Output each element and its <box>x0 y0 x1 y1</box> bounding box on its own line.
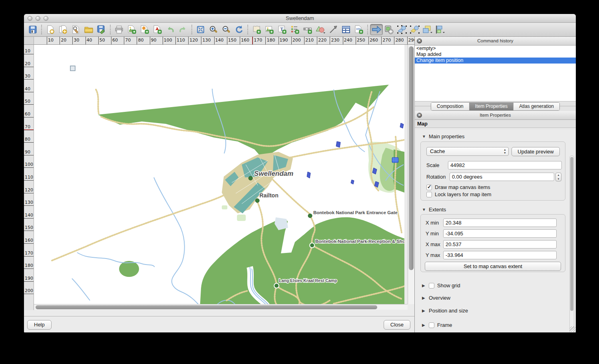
add-legend-icon[interactable] <box>289 24 301 35</box>
undo-icon[interactable] <box>164 24 177 35</box>
section-label: Extents <box>429 207 446 213</box>
composition-manager-icon[interactable] <box>70 24 82 35</box>
add-scalebar-icon[interactable] <box>301 24 314 35</box>
scrollbar-thumb[interactable] <box>570 157 573 311</box>
title-bar[interactable]: Swellendam <box>24 14 576 23</box>
extents-section[interactable]: ▼ Extents <box>422 207 446 213</box>
cache-mode-dropdown[interactable]: Cache ▲▼ <box>426 147 509 156</box>
draw-canvas-items-row[interactable]: Draw map canvas items <box>426 184 490 190</box>
move-item-content-icon[interactable] <box>383 24 396 35</box>
y-max-label: Y max <box>426 252 440 258</box>
command-history-header: ✕ Command history <box>415 37 576 46</box>
add-image-icon[interactable] <box>263 24 276 35</box>
duplicate-composition-icon[interactable] <box>57 24 70 35</box>
y-max-input[interactable] <box>443 251 557 259</box>
panel-title: Command history <box>415 38 576 43</box>
disclosure-triangle-icon[interactable]: ▼ <box>422 207 426 212</box>
scrollbar-thumb[interactable] <box>409 46 414 270</box>
checkbox-label: Lock layers for map item <box>435 191 492 197</box>
tab-composition[interactable]: Composition <box>431 103 470 110</box>
update-preview-button[interactable]: Update preview <box>511 147 560 156</box>
add-table-icon[interactable] <box>340 24 352 35</box>
lock-layers-checkbox[interactable] <box>426 192 432 197</box>
map-label-entrance-gate: Bontebok National Park Entrance Gate <box>313 210 398 215</box>
print-icon[interactable] <box>113 24 125 35</box>
y-min-input[interactable] <box>443 229 557 238</box>
canvas-vertical-scrollbar[interactable] <box>408 45 414 304</box>
disclosure-triangle-icon[interactable]: ▶ <box>422 296 426 300</box>
new-composition-icon[interactable] <box>44 24 57 35</box>
add-map-icon[interactable] <box>250 24 263 35</box>
align-items-icon[interactable] <box>434 24 447 35</box>
rotation-input[interactable] <box>450 173 554 181</box>
select-move-item-icon[interactable] <box>370 24 383 35</box>
scale-input[interactable] <box>448 161 562 169</box>
x-max-label: X max <box>426 241 440 247</box>
position-and-size-section[interactable]: ▶ Position and size <box>422 308 468 314</box>
selection-handle[interactable] <box>70 66 75 71</box>
overview-section[interactable]: ▶ Overview <box>422 295 450 301</box>
x-max-input[interactable] <box>443 240 557 249</box>
redo-icon[interactable] <box>177 24 189 35</box>
toolbar: T </> <box>24 23 576 37</box>
frame-section[interactable]: ▶ Frame <box>422 322 452 328</box>
history-item[interactable]: <empty> <box>415 46 576 52</box>
x-min-input[interactable] <box>443 219 557 227</box>
panel-vertical-scrollbar[interactable] <box>569 155 574 332</box>
map-label-railton: Railton <box>259 192 278 199</box>
tab-item-properties[interactable]: Item Properties <box>470 103 513 110</box>
section-label: Show grid <box>437 282 460 288</box>
zoom-full-icon[interactable] <box>194 24 207 35</box>
toolbar-separator <box>41 25 42 34</box>
export-image-icon[interactable] <box>125 24 138 35</box>
canvas-horizontal-scrollbar[interactable] <box>34 304 408 310</box>
scrollbar-thumb[interactable] <box>36 305 377 309</box>
refresh-view-icon[interactable] <box>233 24 245 35</box>
item-properties-header: ✕ Item Properties <box>415 111 576 120</box>
draw-canvas-items-checkbox[interactable] <box>426 185 432 190</box>
load-template-icon[interactable] <box>82 24 95 35</box>
group-items-icon[interactable] <box>396 24 408 35</box>
save-as-template-icon[interactable] <box>95 24 108 35</box>
export-pdf-icon[interactable] <box>151 24 164 35</box>
disclosure-triangle-icon[interactable]: ▶ <box>422 323 426 327</box>
help-button[interactable]: Help <box>27 320 52 330</box>
lock-layers-row[interactable]: Lock layers for map item <box>426 191 492 197</box>
add-html-icon[interactable]: </> <box>352 24 365 35</box>
ungroup-items-icon[interactable] <box>408 24 421 35</box>
show-grid-checkbox[interactable] <box>429 283 434 288</box>
raise-items-icon[interactable] <box>421 24 434 35</box>
disclosure-triangle-icon[interactable]: ▼ <box>422 134 426 139</box>
zoom-in-icon[interactable] <box>207 24 220 35</box>
zoom-out-icon[interactable] <box>220 24 233 35</box>
map-item[interactable]: Swellendam Railton Bontebok National Par… <box>34 45 404 304</box>
add-arrow-icon[interactable] <box>327 24 340 35</box>
toolbar-separator <box>110 25 111 34</box>
main-properties-group: Cache ▲▼ Update preview Scale Rotation ▲… <box>420 141 565 201</box>
tab-atlas-generation[interactable]: Atlas generation <box>513 103 559 110</box>
history-item[interactable]: Map added <box>415 52 576 58</box>
disclosure-triangle-icon[interactable]: ▶ <box>422 308 426 313</box>
close-button[interactable]: Close <box>384 320 410 330</box>
set-to-map-canvas-extent-button[interactable]: Set to map canvas extent <box>425 262 561 271</box>
item-type-label: Map <box>415 120 576 128</box>
export-svg-icon[interactable] <box>138 24 151 35</box>
command-history-list[interactable]: <empty> Map added Change item position <box>415 46 576 101</box>
x-min-label: X min <box>426 220 439 226</box>
section-label: Position and size <box>429 308 468 314</box>
history-item-selected[interactable]: Change item position <box>415 58 576 64</box>
disclosure-triangle-icon[interactable]: ▶ <box>422 283 426 288</box>
frame-checkbox[interactable] <box>429 322 434 328</box>
save-project-icon[interactable] <box>26 24 39 35</box>
composition-canvas[interactable]: Swellendam Railton Bontebok National Par… <box>34 45 404 304</box>
rotation-spinner[interactable]: ▲▼ <box>555 173 561 181</box>
add-shape-icon[interactable] <box>314 24 327 35</box>
checkbox-label: Draw map canvas items <box>435 184 490 190</box>
add-label-icon[interactable]: T <box>276 24 289 35</box>
resize-grip[interactable] <box>570 326 575 332</box>
rotation-label: Rotation <box>426 174 446 180</box>
main-properties-section[interactable]: ▼ Main properties <box>422 133 465 139</box>
show-grid-section[interactable]: ▶ Show grid <box>422 282 460 288</box>
dialog-button-bar: Help Close <box>24 316 414 332</box>
dock-tab-bar: Composition Item Properties Atlas genera… <box>415 101 576 111</box>
